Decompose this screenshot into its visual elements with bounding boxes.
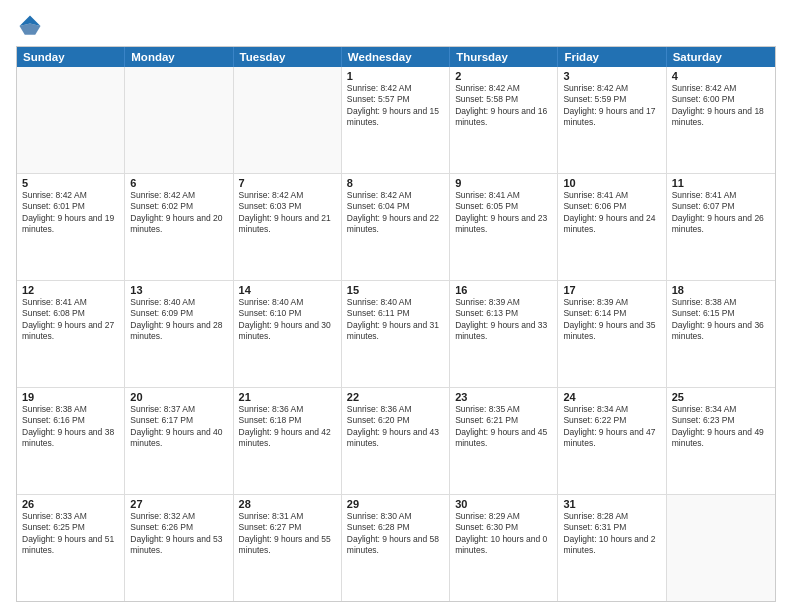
weekday-header-thursday: Thursday [450,47,558,67]
day-cell-14: 14Sunrise: 8:40 AM Sunset: 6:10 PM Dayli… [234,281,342,387]
day-info: Sunrise: 8:41 AM Sunset: 6:07 PM Dayligh… [672,190,770,236]
day-info: Sunrise: 8:34 AM Sunset: 6:23 PM Dayligh… [672,404,770,450]
day-info: Sunrise: 8:29 AM Sunset: 6:30 PM Dayligh… [455,511,552,557]
day-cell-16: 16Sunrise: 8:39 AM Sunset: 6:13 PM Dayli… [450,281,558,387]
weekday-header-friday: Friday [558,47,666,67]
day-info: Sunrise: 8:31 AM Sunset: 6:27 PM Dayligh… [239,511,336,557]
day-cell-8: 8Sunrise: 8:42 AM Sunset: 6:04 PM Daylig… [342,174,450,280]
empty-cell [17,67,125,173]
day-info: Sunrise: 8:36 AM Sunset: 6:20 PM Dayligh… [347,404,444,450]
day-number: 11 [672,177,770,189]
calendar-row-2: 5Sunrise: 8:42 AM Sunset: 6:01 PM Daylig… [17,174,775,281]
day-number: 26 [22,498,119,510]
day-cell-2: 2Sunrise: 8:42 AM Sunset: 5:58 PM Daylig… [450,67,558,173]
day-cell-1: 1Sunrise: 8:42 AM Sunset: 5:57 PM Daylig… [342,67,450,173]
logo [16,12,48,40]
day-number: 6 [130,177,227,189]
day-cell-6: 6Sunrise: 8:42 AM Sunset: 6:02 PM Daylig… [125,174,233,280]
weekday-header-wednesday: Wednesday [342,47,450,67]
day-info: Sunrise: 8:41 AM Sunset: 6:05 PM Dayligh… [455,190,552,236]
day-number: 1 [347,70,444,82]
day-info: Sunrise: 8:40 AM Sunset: 6:09 PM Dayligh… [130,297,227,343]
empty-cell [125,67,233,173]
day-info: Sunrise: 8:42 AM Sunset: 6:01 PM Dayligh… [22,190,119,236]
day-cell-12: 12Sunrise: 8:41 AM Sunset: 6:08 PM Dayli… [17,281,125,387]
day-cell-11: 11Sunrise: 8:41 AM Sunset: 6:07 PM Dayli… [667,174,775,280]
calendar-row-5: 26Sunrise: 8:33 AM Sunset: 6:25 PM Dayli… [17,495,775,601]
empty-cell [234,67,342,173]
day-number: 29 [347,498,444,510]
day-cell-26: 26Sunrise: 8:33 AM Sunset: 6:25 PM Dayli… [17,495,125,601]
day-info: Sunrise: 8:40 AM Sunset: 6:11 PM Dayligh… [347,297,444,343]
day-number: 23 [455,391,552,403]
day-number: 8 [347,177,444,189]
day-number: 19 [22,391,119,403]
day-cell-27: 27Sunrise: 8:32 AM Sunset: 6:26 PM Dayli… [125,495,233,601]
logo-icon [16,12,44,40]
day-info: Sunrise: 8:39 AM Sunset: 6:14 PM Dayligh… [563,297,660,343]
day-number: 2 [455,70,552,82]
day-cell-23: 23Sunrise: 8:35 AM Sunset: 6:21 PM Dayli… [450,388,558,494]
weekday-header-tuesday: Tuesday [234,47,342,67]
day-info: Sunrise: 8:36 AM Sunset: 6:18 PM Dayligh… [239,404,336,450]
day-number: 7 [239,177,336,189]
day-number: 17 [563,284,660,296]
day-number: 24 [563,391,660,403]
day-info: Sunrise: 8:32 AM Sunset: 6:26 PM Dayligh… [130,511,227,557]
day-number: 15 [347,284,444,296]
day-cell-31: 31Sunrise: 8:28 AM Sunset: 6:31 PM Dayli… [558,495,666,601]
day-number: 4 [672,70,770,82]
day-cell-4: 4Sunrise: 8:42 AM Sunset: 6:00 PM Daylig… [667,67,775,173]
day-cell-28: 28Sunrise: 8:31 AM Sunset: 6:27 PM Dayli… [234,495,342,601]
day-number: 10 [563,177,660,189]
calendar-row-1: 1Sunrise: 8:42 AM Sunset: 5:57 PM Daylig… [17,67,775,174]
header [16,12,776,40]
day-info: Sunrise: 8:41 AM Sunset: 6:06 PM Dayligh… [563,190,660,236]
day-cell-3: 3Sunrise: 8:42 AM Sunset: 5:59 PM Daylig… [558,67,666,173]
day-number: 12 [22,284,119,296]
day-info: Sunrise: 8:33 AM Sunset: 6:25 PM Dayligh… [22,511,119,557]
day-info: Sunrise: 8:42 AM Sunset: 6:00 PM Dayligh… [672,83,770,129]
day-info: Sunrise: 8:42 AM Sunset: 5:57 PM Dayligh… [347,83,444,129]
calendar-body: 1Sunrise: 8:42 AM Sunset: 5:57 PM Daylig… [17,67,775,601]
day-cell-29: 29Sunrise: 8:30 AM Sunset: 6:28 PM Dayli… [342,495,450,601]
day-cell-9: 9Sunrise: 8:41 AM Sunset: 6:05 PM Daylig… [450,174,558,280]
day-info: Sunrise: 8:40 AM Sunset: 6:10 PM Dayligh… [239,297,336,343]
day-number: 18 [672,284,770,296]
day-info: Sunrise: 8:28 AM Sunset: 6:31 PM Dayligh… [563,511,660,557]
day-number: 9 [455,177,552,189]
page: SundayMondayTuesdayWednesdayThursdayFrid… [0,0,792,612]
day-info: Sunrise: 8:42 AM Sunset: 5:59 PM Dayligh… [563,83,660,129]
day-number: 20 [130,391,227,403]
day-number: 22 [347,391,444,403]
day-number: 3 [563,70,660,82]
calendar-row-4: 19Sunrise: 8:38 AM Sunset: 6:16 PM Dayli… [17,388,775,495]
weekday-header-sunday: Sunday [17,47,125,67]
day-number: 25 [672,391,770,403]
day-cell-21: 21Sunrise: 8:36 AM Sunset: 6:18 PM Dayli… [234,388,342,494]
day-cell-24: 24Sunrise: 8:34 AM Sunset: 6:22 PM Dayli… [558,388,666,494]
calendar-row-3: 12Sunrise: 8:41 AM Sunset: 6:08 PM Dayli… [17,281,775,388]
day-info: Sunrise: 8:42 AM Sunset: 6:02 PM Dayligh… [130,190,227,236]
day-cell-18: 18Sunrise: 8:38 AM Sunset: 6:15 PM Dayli… [667,281,775,387]
day-cell-22: 22Sunrise: 8:36 AM Sunset: 6:20 PM Dayli… [342,388,450,494]
day-info: Sunrise: 8:37 AM Sunset: 6:17 PM Dayligh… [130,404,227,450]
day-info: Sunrise: 8:41 AM Sunset: 6:08 PM Dayligh… [22,297,119,343]
day-info: Sunrise: 8:30 AM Sunset: 6:28 PM Dayligh… [347,511,444,557]
day-cell-13: 13Sunrise: 8:40 AM Sunset: 6:09 PM Dayli… [125,281,233,387]
day-number: 5 [22,177,119,189]
day-number: 16 [455,284,552,296]
day-number: 14 [239,284,336,296]
day-number: 27 [130,498,227,510]
day-cell-15: 15Sunrise: 8:40 AM Sunset: 6:11 PM Dayli… [342,281,450,387]
day-number: 30 [455,498,552,510]
weekday-header-monday: Monday [125,47,233,67]
day-cell-17: 17Sunrise: 8:39 AM Sunset: 6:14 PM Dayli… [558,281,666,387]
day-cell-20: 20Sunrise: 8:37 AM Sunset: 6:17 PM Dayli… [125,388,233,494]
day-number: 21 [239,391,336,403]
day-number: 28 [239,498,336,510]
day-cell-5: 5Sunrise: 8:42 AM Sunset: 6:01 PM Daylig… [17,174,125,280]
day-cell-25: 25Sunrise: 8:34 AM Sunset: 6:23 PM Dayli… [667,388,775,494]
day-number: 31 [563,498,660,510]
day-info: Sunrise: 8:35 AM Sunset: 6:21 PM Dayligh… [455,404,552,450]
